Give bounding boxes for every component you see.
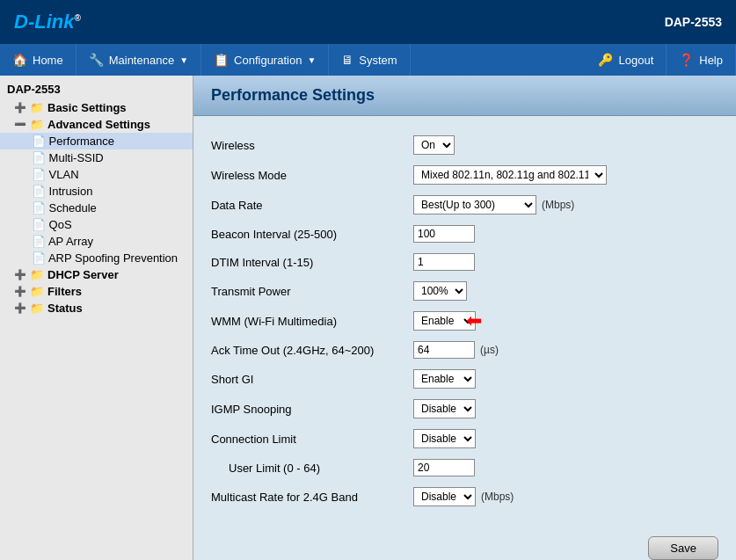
home-icon — [12, 53, 27, 67]
multicast-rate-unit: (Mbps) — [481, 491, 514, 503]
connection-limit-control: Disable Enable — [413, 429, 476, 448]
dtim-interval-label: DTIM Interval (1-15) — [211, 256, 413, 269]
igmp-snooping-row: IGMP Snooping Disable Enable — [211, 394, 718, 424]
sidebar-item-arp-spoofing[interactable]: 📄 ARP Spoofing Prevention — [0, 250, 193, 266]
wmm-label: WMM (Wi-Fi Multimedia) — [211, 315, 413, 328]
multicast-rate-control: Disable (Mbps) — [413, 487, 514, 506]
transmit-power-control: 100% 75% 50% 25% — [413, 281, 467, 301]
connection-limit-select[interactable]: Disable Enable — [413, 429, 476, 448]
advanced-settings-label: Advanced Settings — [47, 118, 150, 131]
beacon-interval-input[interactable] — [413, 225, 475, 243]
data-rate-label: Data Rate — [211, 199, 413, 212]
nav-logout-label: Logout — [618, 54, 653, 67]
nav-home-label: Home — [33, 54, 63, 67]
folder-icon-basic: 📁 — [30, 101, 44, 114]
wmm-row: WMM (Wi-Fi Multimedia) Enable Disable ⬅ — [211, 306, 718, 336]
data-rate-unit: (Mbps) — [542, 199, 574, 211]
doc-icon-performance: 📄 — [32, 135, 46, 148]
content-area: Performance Settings Wireless On Off Wir… — [193, 76, 736, 560]
user-limit-row: User Limit (0 - 64) — [211, 454, 718, 482]
nav-system[interactable]: System — [329, 44, 410, 76]
doc-icon-multi-ssid: 📄 — [32, 151, 46, 164]
wireless-mode-label: Wireless Mode — [211, 169, 413, 182]
nav-configuration-label: Configuration — [234, 54, 302, 67]
transmit-power-select[interactable]: 100% 75% 50% 25% — [413, 281, 467, 301]
wireless-control: On Off — [413, 135, 455, 155]
sidebar-item-multi-ssid[interactable]: 📄 Multi-SSID — [0, 149, 193, 166]
logo-link: -Link — [28, 11, 75, 33]
configuration-caret-icon: ▼ — [307, 55, 316, 65]
connection-limit-row: Connection Limit Disable Enable — [211, 424, 718, 454]
user-limit-label: User Limit (0 - 64) — [211, 462, 413, 475]
config-icon — [214, 53, 229, 67]
save-row: Save — [193, 526, 736, 560]
user-limit-control — [413, 459, 475, 476]
logo-registered: ® — [74, 13, 80, 23]
plus-icon-dhcp: ➕ — [14, 269, 26, 280]
dtim-interval-input[interactable] — [413, 253, 475, 271]
sidebar-item-vlan[interactable]: 📄 VLAN — [0, 166, 193, 183]
igmp-snooping-label: IGMP Snooping — [211, 403, 413, 416]
short-gi-select[interactable]: Enable Disable — [413, 369, 476, 389]
short-gi-label: Short GI — [211, 373, 413, 386]
ack-timeout-row: Ack Time Out (2.4GHz, 64~200) (µs) — [211, 336, 718, 364]
wrench-icon — [89, 53, 104, 67]
folder-icon-status: 📁 — [30, 302, 44, 315]
maintenance-caret-icon: ▼ — [179, 55, 188, 65]
wireless-select[interactable]: On Off — [413, 135, 455, 155]
nav-maintenance-label: Maintenance — [109, 54, 174, 67]
sidebar-item-qos[interactable]: 📄 QoS — [0, 216, 193, 233]
plus-icon-status: ➕ — [14, 302, 26, 314]
doc-icon-arp-spoofing: 📄 — [32, 251, 46, 265]
data-rate-row: Data Rate Best(Up to 300) (Mbps) — [211, 190, 718, 220]
data-rate-select[interactable]: Best(Up to 300) — [413, 195, 536, 215]
nav-maintenance[interactable]: Maintenance ▼ — [77, 44, 201, 76]
doc-icon-schedule: 📄 — [32, 201, 46, 215]
main-layout: DAP-2553 ➕ 📁 Basic Settings ➖ 📁 Advanced… — [0, 76, 736, 560]
plus-icon-filters: ➕ — [14, 286, 26, 297]
nav-system-label: System — [359, 54, 397, 67]
basic-settings-label: Basic Settings — [47, 101, 127, 114]
ack-timeout-input[interactable] — [413, 341, 475, 359]
sidebar-item-intrusion[interactable]: 📄 Intrusion — [0, 183, 193, 200]
nav-help-label: Help — [699, 54, 723, 67]
save-button[interactable]: Save — [648, 536, 718, 560]
sidebar: DAP-2553 ➕ 📁 Basic Settings ➖ 📁 Advanced… — [0, 76, 193, 560]
header: D-Link® DAP-2553 — [0, 0, 736, 44]
nav-help[interactable]: Help — [667, 44, 736, 76]
sidebar-item-performance[interactable]: 📄 Performance — [0, 133, 193, 149]
form-area: Wireless On Off Wireless Mode Mixed 802.… — [193, 116, 736, 526]
data-rate-control: Best(Up to 300) (Mbps) — [413, 195, 574, 215]
sidebar-item-filters[interactable]: ➕ 📁 Filters — [0, 283, 193, 300]
sidebar-item-dhcp-server[interactable]: ➕ 📁 DHCP Server — [0, 266, 193, 283]
wireless-mode-row: Wireless Mode Mixed 802.11n, 802.11g and… — [211, 160, 718, 190]
dtim-interval-row: DTIM Interval (1-15) — [211, 248, 718, 276]
nav-home[interactable]: Home — [0, 44, 77, 76]
wmm-control: Enable Disable ⬅ — [413, 311, 476, 331]
dtim-interval-control — [413, 253, 475, 271]
plus-icon: ➕ — [14, 102, 26, 113]
sidebar-item-basic-settings[interactable]: ➕ 📁 Basic Settings — [0, 99, 193, 116]
wireless-mode-select[interactable]: Mixed 802.11n, 802.11g and 802.11b — [413, 165, 607, 185]
user-limit-input[interactable] — [413, 459, 475, 476]
doc-icon-qos: 📄 — [32, 218, 46, 231]
ack-timeout-unit: (µs) — [480, 344, 499, 356]
transmit-power-label: Transmit Power — [211, 285, 413, 298]
sidebar-root[interactable]: DAP-2553 — [0, 79, 193, 99]
sidebar-item-ap-array[interactable]: 📄 AP Array — [0, 233, 193, 250]
sidebar-item-advanced-settings[interactable]: ➖ 📁 Advanced Settings — [0, 116, 193, 133]
nav-logout[interactable]: Logout — [586, 44, 667, 76]
system-icon — [341, 53, 353, 67]
sidebar-item-schedule[interactable]: 📄 Schedule — [0, 200, 193, 216]
multicast-rate-select[interactable]: Disable — [413, 487, 476, 506]
nav-configuration[interactable]: Configuration ▼ — [201, 44, 329, 76]
short-gi-control: Enable Disable — [413, 369, 476, 389]
help-icon — [679, 53, 694, 67]
sidebar-item-status[interactable]: ➕ 📁 Status — [0, 300, 193, 316]
wireless-mode-control: Mixed 802.11n, 802.11g and 802.11b — [413, 165, 607, 185]
wmm-select[interactable]: Enable Disable — [413, 311, 476, 331]
multicast-rate-label: Multicast Rate for 2.4G Band — [211, 491, 413, 504]
connection-limit-label: Connection Limit — [211, 433, 413, 446]
beacon-interval-row: Beacon Interval (25-500) — [211, 220, 718, 248]
igmp-snooping-select[interactable]: Disable Enable — [413, 399, 476, 418]
